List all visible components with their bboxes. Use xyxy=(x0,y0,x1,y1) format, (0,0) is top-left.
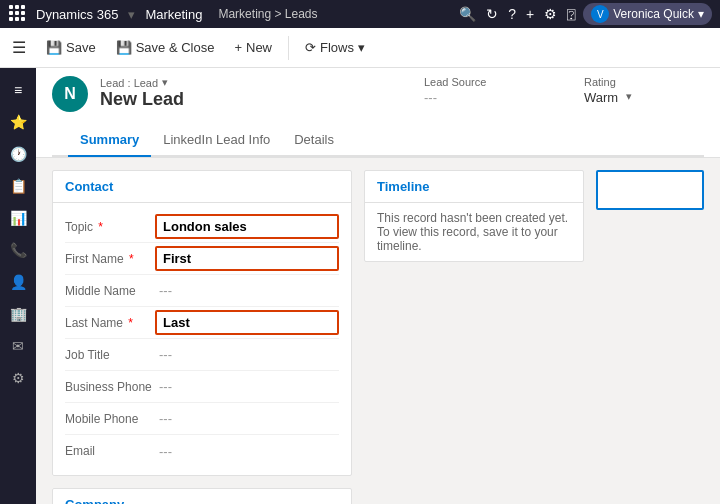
lead-label-chevron-icon: ▾ xyxy=(162,76,168,89)
flows-button[interactable]: ⟳ Flows ▾ xyxy=(297,36,373,59)
refresh-icon[interactable]: ↻ xyxy=(486,6,498,22)
middle-name-value[interactable]: --- xyxy=(155,281,339,300)
app-name: Dynamics 365 xyxy=(36,7,118,22)
save-button[interactable]: 💾 Save xyxy=(38,36,104,59)
last-name-label: Last Name * xyxy=(65,316,155,330)
email-value[interactable]: --- xyxy=(155,442,339,461)
contact-section-body: Topic * First Name * xyxy=(53,203,351,475)
separator xyxy=(288,36,289,60)
rating-field: Rating Warm ▾ xyxy=(584,76,704,105)
sidebar-item-calls[interactable]: 📞 xyxy=(4,236,32,264)
sidebar-item-home[interactable]: ≡ xyxy=(4,76,32,104)
email-row: Email --- xyxy=(65,435,339,467)
left-panel: Contact Topic * First Name * xyxy=(52,170,352,504)
sidebar-toggle-icon[interactable]: ☰ xyxy=(12,38,26,57)
contact-section-header: Contact xyxy=(53,171,351,203)
left-sidebar: ≡ ⭐ 🕐 📋 📊 📞 👤 🏢 ✉ ⚙ xyxy=(0,68,36,504)
business-phone-label: Business Phone xyxy=(65,380,155,394)
tabs: Summary LinkedIn Lead Info Details xyxy=(52,124,704,157)
timeline-body: This record hasn't been created yet. To … xyxy=(365,203,583,261)
lead-header: N Lead : Lead ▾ New Lead Lead Source ---… xyxy=(36,68,720,158)
company-section: Company Company * --- xyxy=(52,488,352,504)
first-name-row: First Name * xyxy=(65,243,339,275)
sidebar-item-accounts[interactable]: 🏢 xyxy=(4,300,32,328)
lead-label: Lead : Lead ▾ xyxy=(100,76,412,89)
save-close-icon: 💾 xyxy=(116,40,132,55)
sidebar-item-records[interactable]: 📋 xyxy=(4,172,32,200)
sidebar-item-contacts[interactable]: 👤 xyxy=(4,268,32,296)
sidebar-item-settings[interactable]: ⚙ xyxy=(4,364,32,392)
middle-name-row: Middle Name --- xyxy=(65,275,339,307)
timeline-panel: Timeline This record hasn't been created… xyxy=(364,170,584,504)
search-icon[interactable]: 🔍 xyxy=(459,6,476,22)
job-title-label: Job Title xyxy=(65,348,155,362)
nav-icons: 🔍 ↻ ? + ⚙ ⍰ xyxy=(459,6,575,22)
email-label: Email xyxy=(65,444,155,458)
command-bar: ☰ 💾 Save 💾 Save & Close + New ⟳ Flows ▾ xyxy=(0,28,720,68)
contact-section: Contact Topic * First Name * xyxy=(52,170,352,476)
timeline-card: Timeline This record hasn't been created… xyxy=(364,170,584,262)
mobile-phone-row: Mobile Phone --- xyxy=(65,403,339,435)
lead-info: Lead : Lead ▾ New Lead xyxy=(100,76,412,110)
form-area: Contact Topic * First Name * xyxy=(36,158,720,504)
business-phone-row: Business Phone --- xyxy=(65,371,339,403)
question-icon[interactable]: ? xyxy=(508,6,516,22)
lead-source-field: Lead Source --- xyxy=(424,76,544,105)
user-chevron-icon: ▾ xyxy=(698,7,704,21)
settings-icon[interactable]: ⚙ xyxy=(544,6,557,22)
rating-chevron-icon[interactable]: ▾ xyxy=(626,90,632,103)
job-title-row: Job Title --- xyxy=(65,339,339,371)
new-icon: + xyxy=(234,40,242,55)
sidebar-item-recent[interactable]: 🕐 xyxy=(4,140,32,168)
middle-name-label: Middle Name xyxy=(65,284,155,298)
first-name-input[interactable] xyxy=(155,246,339,271)
grid-icon[interactable] xyxy=(8,4,28,24)
topic-input[interactable] xyxy=(155,214,339,239)
avatar: V xyxy=(591,5,609,23)
job-title-value[interactable]: --- xyxy=(155,345,339,364)
business-phone-value[interactable]: --- xyxy=(155,377,339,396)
main-content: N Lead : Lead ▾ New Lead Lead Source ---… xyxy=(36,68,720,504)
tab-summary[interactable]: Summary xyxy=(68,124,151,157)
user-name: Veronica Quick xyxy=(613,7,694,21)
flows-icon: ⟳ xyxy=(305,40,316,55)
lead-avatar: N xyxy=(52,76,88,112)
mobile-phone-label: Mobile Phone xyxy=(65,412,155,426)
new-button[interactable]: + New xyxy=(226,36,280,59)
tab-details[interactable]: Details xyxy=(282,124,346,157)
lead-title: New Lead xyxy=(100,89,412,110)
save-icon: 💾 xyxy=(46,40,62,55)
add-icon[interactable]: + xyxy=(526,6,534,22)
top-nav: Dynamics 365 ▾ Marketing Marketing > Lea… xyxy=(0,0,720,28)
nav-breadcrumb: Marketing > Leads xyxy=(218,7,317,21)
first-name-label: First Name * xyxy=(65,252,155,266)
tab-linkedin[interactable]: LinkedIn Lead Info xyxy=(151,124,282,157)
help-icon[interactable]: ⍰ xyxy=(567,6,575,22)
mobile-phone-value[interactable]: --- xyxy=(155,409,339,428)
save-close-button[interactable]: 💾 Save & Close xyxy=(108,36,223,59)
sidebar-item-favorites[interactable]: ⭐ xyxy=(4,108,32,136)
lead-right-fields: Lead Source --- Rating Warm ▾ xyxy=(424,76,704,105)
timeline-header: Timeline xyxy=(365,171,583,203)
main-layout: ≡ ⭐ 🕐 📋 📊 📞 👤 🏢 ✉ ⚙ N Lead : Lead ▾ New … xyxy=(0,68,720,504)
nav-module[interactable]: Marketing xyxy=(145,7,202,22)
sidebar-item-email[interactable]: ✉ xyxy=(4,332,32,360)
sidebar-item-charts[interactable]: 📊 xyxy=(4,204,32,232)
topic-label: Topic * xyxy=(65,220,155,234)
company-section-header: Company xyxy=(53,489,351,504)
right-panel xyxy=(596,170,704,504)
last-name-input[interactable] xyxy=(155,310,339,335)
last-name-row: Last Name * xyxy=(65,307,339,339)
right-card xyxy=(596,170,704,210)
flows-chevron-icon: ▾ xyxy=(358,40,365,55)
user-menu[interactable]: V Veronica Quick ▾ xyxy=(583,3,712,25)
topic-row: Topic * xyxy=(65,211,339,243)
